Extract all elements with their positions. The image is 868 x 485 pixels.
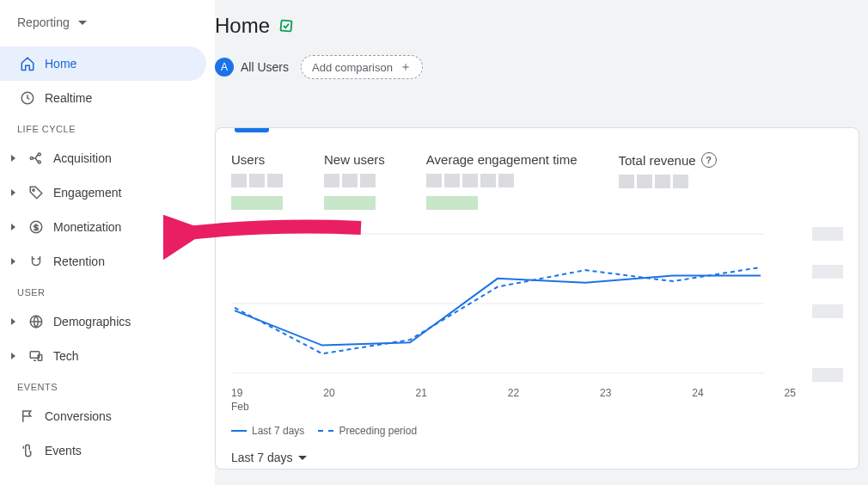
- sidebar-item-label: Acquisition: [53, 151, 199, 165]
- redacted-y-value: [812, 265, 843, 279]
- metric-total-revenue[interactable]: Total revenue ?: [619, 152, 717, 210]
- segment-letter-badge: A: [215, 58, 234, 77]
- caret-down-icon: [298, 456, 307, 460]
- metric-new-users[interactable]: New users: [324, 152, 385, 210]
- sidebar-item-label: Home: [45, 57, 191, 71]
- plus-icon: ＋: [400, 59, 412, 75]
- caret-down-icon: [78, 21, 87, 25]
- active-tab-indicator: [235, 128, 269, 132]
- section-life-cycle: LIFE CYCLE: [0, 115, 215, 141]
- flag-icon: [19, 408, 36, 425]
- page-title: Home: [215, 14, 270, 38]
- legend-previous: Preceding period: [339, 425, 417, 437]
- chevron-right-icon: [11, 189, 15, 196]
- sidebar-item-acquisition[interactable]: Acquisition: [0, 141, 215, 175]
- redacted-value: [324, 174, 385, 187]
- legend-line-solid-icon: [231, 430, 247, 432]
- sidebar-item-label: Realtime: [45, 91, 199, 105]
- reporting-label: Reporting: [17, 15, 70, 29]
- redacted-y-value: [812, 368, 843, 382]
- redacted-value: [426, 174, 578, 187]
- sidebar-item-retention[interactable]: Retention: [0, 244, 215, 279]
- redacted-trend: [231, 196, 283, 210]
- metric-label: Users: [231, 152, 265, 167]
- redacted-value: [231, 174, 283, 187]
- acquisition-icon: [28, 150, 45, 167]
- svg-point-3: [38, 161, 40, 163]
- chevron-right-icon: [11, 318, 15, 325]
- sidebar-item-label: Engagement: [53, 186, 199, 200]
- overview-card: Users New users Average engagement time: [215, 127, 859, 470]
- metric-engagement-time[interactable]: Average engagement time: [426, 152, 578, 210]
- sidebar: Reporting Home Realtime LIFE CYCLE: [0, 0, 215, 485]
- globe-icon: [28, 313, 45, 330]
- sidebar-item-label: Events: [45, 444, 199, 457]
- all-users-segment[interactable]: A All Users: [215, 58, 289, 77]
- svg-point-4: [33, 189, 34, 191]
- add-comparison-label: Add comparison: [312, 61, 393, 74]
- redacted-y-value: [812, 227, 843, 241]
- dollar-icon: [28, 218, 45, 236]
- date-range-selector[interactable]: Last 7 days: [231, 451, 307, 464]
- legend-line-dash-icon: [318, 430, 333, 432]
- main-content: Home A All Users Add comparison ＋ Users: [215, 0, 868, 485]
- reporting-dropdown[interactable]: Reporting: [0, 10, 104, 34]
- metric-label: Average engagement time: [426, 152, 578, 167]
- redacted-value: [619, 175, 717, 188]
- sidebar-item-home[interactable]: Home: [0, 46, 206, 81]
- sidebar-item-engagement[interactable]: Engagement: [0, 175, 215, 210]
- date-range-label: Last 7 days: [231, 451, 293, 464]
- sidebar-item-demographics[interactable]: Demographics: [0, 304, 215, 339]
- sidebar-item-conversions[interactable]: Conversions: [0, 399, 215, 433]
- section-events: EVENTS: [0, 373, 215, 399]
- sidebar-item-label: Tech: [53, 349, 199, 363]
- svg-point-2: [38, 153, 40, 156]
- chevron-right-icon: [11, 353, 15, 359]
- redacted-trend: [324, 196, 376, 210]
- chart-legend: Last 7 days Preceding period: [231, 425, 843, 437]
- help-icon[interactable]: ?: [701, 152, 717, 168]
- metric-label: Total revenue: [619, 153, 696, 168]
- section-user: USER: [0, 279, 215, 304]
- verified-check-icon: [278, 18, 294, 34]
- touch-icon: [19, 442, 36, 459]
- chevron-right-icon: [11, 224, 15, 230]
- svg-point-1: [30, 157, 33, 160]
- x-axis-labels: 19202122232425: [231, 387, 796, 399]
- tag-icon: [28, 184, 45, 201]
- line-chart: [231, 230, 764, 377]
- magnet-icon: [28, 253, 45, 270]
- x-axis-sublabel: Feb: [231, 401, 249, 413]
- metric-label: New users: [324, 152, 385, 167]
- sidebar-item-label: Conversions: [45, 409, 199, 423]
- legend-current: Last 7 days: [252, 425, 304, 437]
- devices-icon: [28, 347, 45, 365]
- sidebar-item-monetization[interactable]: Monetization: [0, 210, 215, 244]
- chart-area: 19202122232425 Feb: [231, 230, 843, 394]
- redacted-trend: [426, 196, 478, 210]
- sidebar-item-tech[interactable]: Tech: [0, 339, 215, 373]
- sidebar-item-label: Demographics: [53, 315, 199, 328]
- sidebar-item-label: Monetization: [53, 220, 199, 234]
- segment-label: All Users: [241, 60, 289, 74]
- chevron-right-icon: [11, 155, 15, 162]
- metric-users[interactable]: Users: [231, 152, 283, 210]
- clock-icon: [19, 89, 36, 107]
- sidebar-item-realtime[interactable]: Realtime: [0, 81, 215, 115]
- redacted-y-value: [812, 304, 843, 318]
- chevron-right-icon: [11, 258, 15, 265]
- home-icon: [19, 55, 36, 72]
- sidebar-item-events[interactable]: Events: [0, 433, 215, 468]
- sidebar-item-label: Retention: [53, 255, 199, 268]
- add-comparison-button[interactable]: Add comparison ＋: [301, 55, 423, 79]
